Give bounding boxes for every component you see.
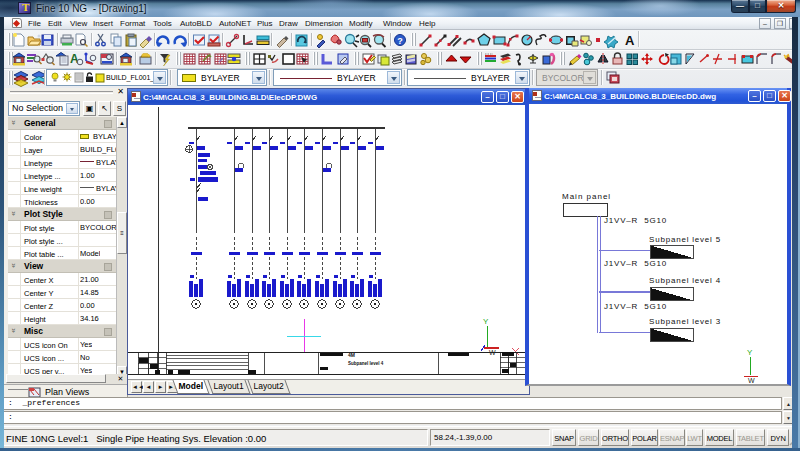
svg-text:Y: Y xyxy=(483,317,489,326)
svg-text:Subpanel level 5: Subpanel level 5 xyxy=(649,235,721,244)
svg-text:J1VV–R 5G10: J1VV–R 5G10 xyxy=(604,259,667,268)
svg-text:Main panel: Main panel xyxy=(562,192,611,201)
svg-text:Y: Y xyxy=(747,348,753,357)
svg-text:Subpanel level 4: Subpanel level 4 xyxy=(649,276,721,285)
svg-text:Subpanel level 4: Subpanel level 4 xyxy=(348,361,384,366)
svg-text:4M: 4M xyxy=(348,352,355,358)
svg-text:Subpanel level 3: Subpanel level 3 xyxy=(649,317,721,326)
svg-text:W: W xyxy=(748,377,755,383)
svg-text:J1VV–R 5G10: J1VV–R 5G10 xyxy=(604,216,667,225)
svg-text:J1VV–R 5G10: J1VV–R 5G10 xyxy=(604,302,667,311)
